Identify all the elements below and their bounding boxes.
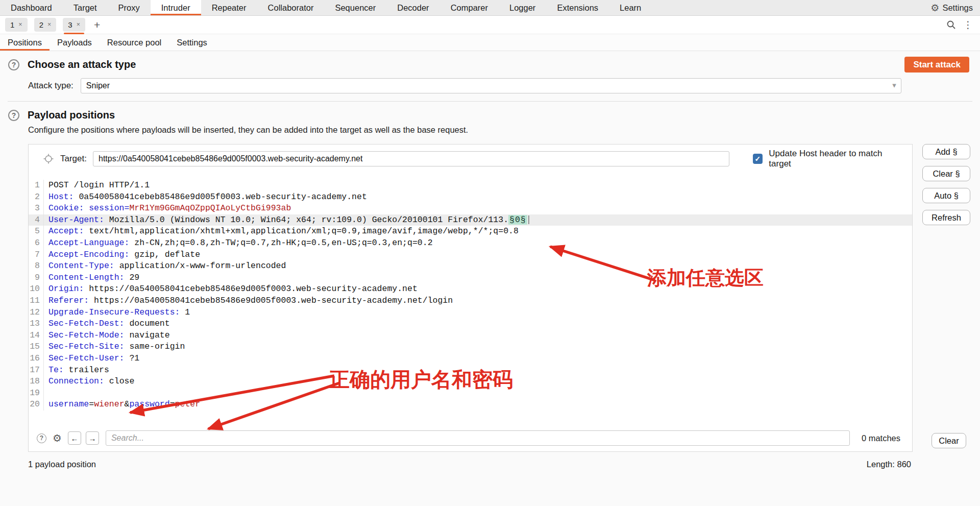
menu-item-intruder[interactable]: Intruder [151, 0, 201, 15]
help-icon[interactable]: ? [8, 59, 19, 70]
add-section-button[interactable]: Add § [922, 144, 970, 159]
close-tab-icon[interactable]: × [77, 21, 80, 28]
kebab-menu-icon[interactable]: ⋮ [963, 19, 973, 31]
request-line-2[interactable]: 2Host: 0a540058041cebeb85486e9d005f0003.… [29, 191, 912, 203]
search-input[interactable] [106, 430, 850, 446]
menu-item-learn[interactable]: Learn [609, 0, 652, 15]
line-number: 20 [29, 399, 44, 411]
line-number: 9 [29, 272, 44, 284]
menu-item-comparer[interactable]: Comparer [440, 0, 499, 15]
menu-item-logger[interactable]: Logger [499, 0, 546, 15]
request-line-15[interactable]: 15Sec-Fetch-Site: same-origin [29, 341, 912, 353]
request-line-10[interactable]: 10Origin: https://0a540058041cebeb85486e… [29, 283, 912, 295]
line-number: 19 [29, 388, 44, 399]
request-tab-3[interactable]: 3× [63, 18, 85, 32]
request-line-11[interactable]: 11Referer: https://0a540058041cebeb85486… [29, 295, 912, 307]
request-text-segment: = [89, 399, 94, 409]
update-host-checkbox[interactable]: ✓ [753, 154, 763, 164]
line-number: 8 [29, 260, 44, 272]
request-line-9[interactable]: 9Content-Length: 29 [29, 272, 912, 284]
request-editor[interactable]: 1POST /login HTTP/1.12Host: 0a540058041c… [29, 173, 912, 425]
request-line-17[interactable]: 17Te: trailers [29, 365, 912, 376]
menu-item-repeater[interactable]: Repeater [201, 0, 257, 15]
request-text-segment: Te: [48, 365, 64, 375]
gear-icon[interactable]: ⚙ [53, 432, 62, 444]
request-text-segment: https://0a540058041cebeb85486e9d005f0003… [89, 296, 453, 305]
request-text-segment: Accept: [48, 226, 84, 236]
request-line-1[interactable]: 1POST /login HTTP/1.1 [29, 180, 912, 191]
tab-resource-pool[interactable]: Resource pool [100, 34, 169, 51]
status-bar: 1 payload position Length: 860 [0, 452, 980, 469]
menu-item-extensions[interactable]: Extensions [546, 0, 609, 15]
new-tab-button[interactable]: + [94, 19, 100, 31]
menu-item-decoder[interactable]: Decoder [386, 0, 439, 15]
refresh-button[interactable]: Refresh [922, 210, 970, 225]
menubar-items: DashboardTargetProxyIntruderRepeaterColl… [0, 0, 652, 15]
request-line-4[interactable]: 4User-Agent: Mozilla/5.0 (Windows NT 10.… [29, 214, 912, 226]
request-line-7[interactable]: 7Accept-Encoding: gzip, deflate [29, 249, 912, 261]
request-line-5[interactable]: 5Accept: text/html,application/xhtml+xml… [29, 226, 912, 237]
auto-section-button[interactable]: Auto § [922, 188, 970, 203]
close-tab-icon[interactable]: × [47, 21, 51, 28]
tab-label: 2 [39, 20, 43, 29]
request-text-segment: wiener [94, 399, 124, 409]
menu-item-collaborator[interactable]: Collaborator [257, 0, 325, 15]
help-icon[interactable]: ? [8, 110, 19, 121]
tab-payloads[interactable]: Payloads [50, 34, 100, 51]
request-line-19[interactable]: 19 [29, 388, 912, 399]
search-icon[interactable] [946, 20, 956, 30]
request-line-13[interactable]: 13Sec-Fetch-Dest: document [29, 318, 912, 330]
update-host-label: Update Host header to match target [769, 149, 905, 169]
request-line-6[interactable]: 6Accept-Language: zh-CN,zh;q=0.8,zh-TW;q… [29, 237, 912, 249]
request-line-20[interactable]: 20username=wiener&password=peter [29, 399, 912, 411]
target-input[interactable] [93, 151, 729, 166]
request-line-18[interactable]: 18Connection: close [29, 376, 912, 388]
help-icon[interactable]: ? [37, 433, 46, 443]
request-line-3[interactable]: 3Cookie: session=MrR1Ym9GGmAqOZppQIAoLyC… [29, 203, 912, 214]
clear-search-button[interactable]: Clear [932, 433, 966, 448]
request-text-segment: Host: [48, 192, 74, 202]
request-text-segment: Accept-Encoding: [48, 250, 129, 259]
request-text-segment: = [170, 399, 175, 409]
request-line-14[interactable]: 14Sec-Fetch-Mode: navigate [29, 330, 912, 342]
line-number: 3 [29, 203, 44, 214]
close-tab-icon[interactable]: × [18, 21, 22, 28]
request-text-segment: MrR1Ym9GGmAqOZppQIAoLyCtbGi993ab [129, 203, 291, 213]
payload-positions-description: Configure the positions where payloads w… [28, 125, 980, 135]
request-line-8[interactable]: 8Content-Type: application/x-www-form-ur… [29, 260, 912, 272]
request-text-segment: Upgrade-Insecure-Requests: [48, 307, 180, 317]
intruder-subtabs: PositionsPayloadsResource poolSettings [0, 34, 980, 51]
menu-item-target[interactable]: Target [63, 0, 108, 15]
request-text-segment: Sec-Fetch-Dest: [48, 319, 125, 328]
menu-item-dashboard[interactable]: Dashboard [0, 0, 63, 15]
request-text-segment: Sec-Fetch-Site: [48, 342, 125, 351]
request-text-segment: trailers [64, 365, 109, 375]
line-number: 17 [29, 365, 44, 376]
menu-item-proxy[interactable]: Proxy [108, 0, 151, 15]
prev-match-button[interactable]: ← [68, 431, 81, 445]
tab-positions[interactable]: Positions [0, 34, 50, 51]
menu-item-sequencer[interactable]: Sequencer [324, 0, 386, 15]
next-match-button[interactable]: → [86, 431, 99, 445]
request-text-segment: password [129, 399, 169, 409]
main-menubar: DashboardTargetProxyIntruderRepeaterColl… [0, 0, 980, 16]
request-text-segment: POST /login HTTP/1.1 [48, 180, 150, 190]
settings-menu[interactable]: ⚙ Settings [930, 0, 980, 15]
attack-type-select[interactable]: Sniper ▾ [81, 78, 901, 93]
attack-type-value: Sniper [86, 81, 110, 90]
line-number: 16 [29, 353, 44, 365]
line-number: 2 [29, 191, 44, 203]
request-line-16[interactable]: 16Sec-Fetch-User: ?1 [29, 353, 912, 365]
request-line-12[interactable]: 12Upgrade-Insecure-Requests: 1 [29, 307, 912, 319]
request-text-segment: Content-Type: [48, 261, 114, 271]
attack-type-label: Attack type: [28, 81, 74, 91]
request-text-segment: Content-Length: [48, 273, 125, 282]
line-number: 12 [29, 307, 44, 319]
start-attack-button[interactable]: Start attack [904, 57, 969, 73]
line-number: 14 [29, 330, 44, 342]
request-tab-2[interactable]: 2× [34, 18, 57, 32]
request-tab-1[interactable]: 1× [5, 18, 28, 32]
request-text-segment: close [104, 376, 134, 386]
clear-section-button[interactable]: Clear § [922, 166, 970, 181]
tab-settings[interactable]: Settings [169, 34, 215, 51]
